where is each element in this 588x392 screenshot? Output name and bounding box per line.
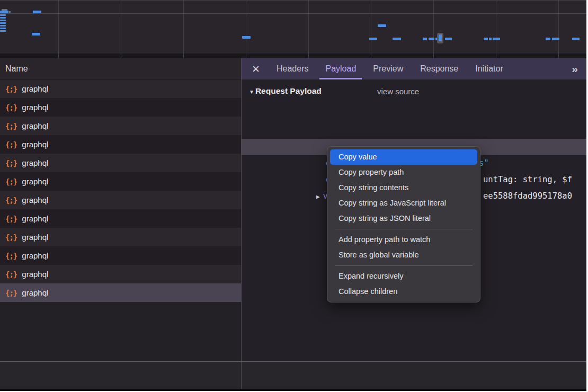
menu-item-copy-string-as-json-literal[interactable]: Copy string as JSON literal: [330, 211, 477, 226]
overview-gridline: [183, 1, 184, 58]
waterfall-bar: [0, 22, 6, 24]
table-row[interactable]: {;}graphql: [0, 209, 241, 228]
view-source-link[interactable]: view source: [377, 87, 419, 96]
table-row[interactable]: {;}graphql: [0, 265, 241, 283]
table-row[interactable]: {;}graphql: [0, 98, 241, 117]
section-expander-icon[interactable]: ▼: [249, 89, 254, 95]
request-list: {;}graphql{;}graphql{;}graphql{;}graphql…: [0, 79, 241, 302]
request-name: graphql: [22, 140, 48, 149]
request-name: graphql: [22, 177, 48, 186]
column-header-name[interactable]: Name: [0, 58, 241, 79]
section-title: Request Payload: [255, 86, 322, 96]
overview-gridline: [308, 1, 309, 58]
table-row[interactable]: {;}graphql: [0, 246, 241, 265]
request-name: graphql: [22, 233, 48, 242]
panel-split-divider[interactable]: [241, 58, 242, 389]
menu-item-expand-recursively[interactable]: Expand recursively: [330, 269, 477, 284]
menu-separator: [335, 229, 473, 229]
waterfall-bar: [429, 38, 434, 40]
table-row[interactable]: {;}graphql: [0, 79, 241, 98]
table-row[interactable]: {;}graphql: [0, 228, 241, 246]
context-menu: Copy valueCopy property pathCopy string …: [327, 146, 480, 302]
waterfall-bar: [0, 14, 6, 16]
menu-item-add-property-path-to-watch[interactable]: Add property path to watch: [330, 232, 477, 247]
detail-tab-bar: ✕ HeadersPayloadPreviewResponseInitiator…: [242, 58, 586, 79]
overview-gridline: [558, 1, 559, 58]
expand-expander-icon[interactable]: ▶: [316, 193, 320, 200]
waterfall-bar: [32, 33, 40, 35]
fetch-json-icon: {;}: [5, 140, 17, 149]
waterfall-bar: [33, 11, 41, 13]
variables-value-fragment: ee5588fdad995178a0: [483, 188, 572, 204]
table-row[interactable]: {;}graphql: [0, 117, 241, 135]
fetch-json-icon: {;}: [5, 122, 17, 130]
table-row[interactable]: {;}graphql: [0, 283, 241, 302]
network-overview-waterfall[interactable]: [0, 0, 586, 58]
menu-item-copy-value[interactable]: Copy value: [330, 149, 477, 165]
request-payload-section-header[interactable]: ▼ Request Payload: [249, 86, 322, 96]
column-header-label: Name: [5, 64, 28, 74]
table-row[interactable]: {;}graphql: [0, 172, 241, 191]
fetch-json-icon: {;}: [5, 289, 17, 297]
menu-item-collapse-children[interactable]: Collapse children: [330, 284, 477, 299]
fetch-json-icon: {;}: [5, 252, 17, 260]
waterfall-bar: [445, 38, 452, 40]
menu-item-copy-property-path[interactable]: Copy property path: [330, 165, 477, 180]
table-row[interactable]: {;}graphql: [0, 154, 241, 172]
fetch-json-icon: {;}: [5, 233, 17, 242]
tab-preview[interactable]: Preview: [367, 58, 409, 79]
property-row-operation-name[interactable]: operationName: "ipFlowTimeseries": [242, 122, 586, 139]
menu-item-store-as-global-variable[interactable]: Store as global variable: [330, 247, 477, 263]
waterfall-bar: [552, 38, 559, 40]
waterfall-bar: [393, 38, 401, 40]
fetch-json-icon: {;}: [5, 270, 17, 279]
detail-tabs: HeadersPayloadPreviewResponseInitiator: [268, 58, 512, 79]
tab-initiator[interactable]: Initiator: [469, 58, 509, 79]
waterfall-bar: [0, 28, 6, 29]
waterfall-bar: [378, 24, 386, 27]
waterfall-bar: [9, 11, 11, 13]
overview-selected-request-marker: [437, 33, 443, 43]
close-icon[interactable]: ✕: [249, 63, 263, 75]
fetch-json-icon: {;}: [5, 196, 17, 204]
waterfall-bar: [546, 38, 550, 40]
devtools-window: Name {;}graphql{;}graphql{;}graphql{;}gr…: [0, 0, 588, 392]
overview-gridline: [371, 1, 371, 58]
overview-gridline: [433, 1, 434, 58]
waterfall-bar: [242, 36, 251, 39]
request-table: Name {;}graphql{;}graphql{;}graphql{;}gr…: [0, 58, 241, 389]
overview-gridline: [58, 1, 59, 58]
request-name: graphql: [22, 158, 48, 167]
waterfall-bar: [0, 17, 6, 19]
waterfall-bar: [572, 38, 580, 40]
request-name: graphql: [22, 288, 48, 297]
fetch-json-icon: {;}: [5, 215, 17, 223]
table-row[interactable]: {;}graphql: [0, 135, 241, 154]
request-name: graphql: [22, 103, 48, 112]
tab-payload[interactable]: Payload: [319, 58, 362, 79]
overview-gridline: [496, 1, 496, 58]
payload-root-row[interactable]: ▼{operationName: "ipFlowTimeseries", var…: [242, 106, 586, 122]
request-name: graphql: [22, 84, 48, 93]
overview-gridline: [121, 1, 121, 58]
table-row[interactable]: {;}graphql: [0, 191, 241, 209]
menu-item-copy-string-contents[interactable]: Copy string contents: [330, 180, 477, 195]
window-bottom-edge: [0, 389, 586, 391]
tab-headers[interactable]: Headers: [271, 58, 314, 79]
request-name: graphql: [22, 214, 48, 223]
more-tabs-icon[interactable]: »: [572, 63, 586, 75]
query-value-fragment: untTag: string, $f: [483, 172, 572, 188]
waterfall-bar: [0, 11, 8, 13]
footer-divider: [0, 361, 586, 362]
request-name: graphql: [22, 270, 48, 279]
menu-item-copy-string-as-javascript-literal[interactable]: Copy string as JavaScript literal: [330, 195, 477, 211]
overview-horizontal-gridline: [0, 13, 586, 14]
menu-separator: [335, 265, 473, 266]
fetch-json-icon: {;}: [5, 85, 17, 93]
request-name: graphql: [22, 195, 48, 204]
tab-response[interactable]: Response: [414, 58, 464, 79]
waterfall-bar: [369, 38, 377, 40]
fetch-json-icon: {;}: [5, 177, 17, 186]
waterfall-bar: [423, 38, 427, 40]
fetch-json-icon: {;}: [5, 103, 17, 112]
